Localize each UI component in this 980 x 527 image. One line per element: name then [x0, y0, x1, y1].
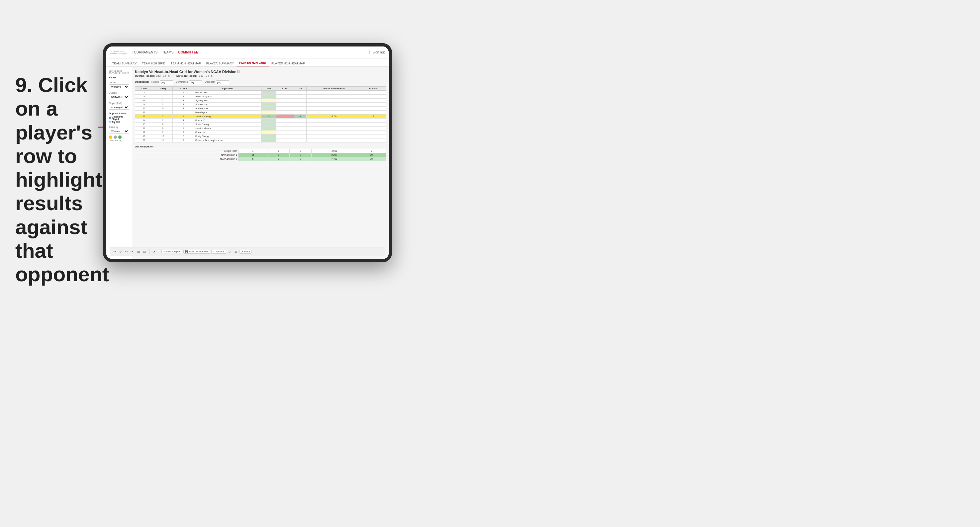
- undo-icon[interactable]: ↩: [112, 249, 117, 254]
- table-row[interactable]: 914Sharon Mun: [135, 102, 386, 106]
- subnav-team-h2h-heatmap[interactable]: TEAM H2H HEATMAP: [168, 62, 204, 67]
- table-cell: Euna Lee: [194, 130, 261, 134]
- table-cell: Haeji Hyun: [194, 110, 261, 114]
- division-label: Division: [109, 92, 129, 94]
- table-cell: [261, 122, 277, 126]
- table-cell: 20: [135, 138, 153, 142]
- paste-icon[interactable]: ⊡: [142, 249, 147, 254]
- annotation-text: 9. Click on a player's row to highlight …: [15, 73, 98, 286]
- ood-cell: 15: [239, 153, 267, 157]
- ood-cell: 0: [290, 149, 312, 153]
- table-cell: [294, 122, 307, 126]
- region-select[interactable]: (All): [160, 80, 173, 85]
- watch-icon: 👁: [213, 251, 215, 253]
- table-cell: -3.00: [307, 114, 361, 118]
- table-cell: 13: [135, 114, 153, 118]
- table-row[interactable]: 19106Emily Chang: [135, 134, 386, 138]
- table-cell: [361, 118, 386, 122]
- table-cell: [276, 118, 294, 122]
- subnav-team-h2h-grid[interactable]: TEAM H2H GRID: [139, 62, 168, 67]
- table-cell: 6: [153, 106, 172, 110]
- division-record-value: 331 - 34 - 6: [199, 75, 213, 77]
- table-cell: 10: [153, 134, 172, 138]
- table-cell: [276, 122, 294, 126]
- ood-row[interactable]: Foreign Team1004.5002: [135, 149, 386, 153]
- table-row[interactable]: 11Haeji Hyun: [135, 110, 386, 114]
- table-row[interactable]: 1691Jessica Mason: [135, 126, 386, 130]
- table-cell: 14: [135, 118, 153, 122]
- table-cell: 1: [172, 126, 194, 130]
- sign-out-button[interactable]: Sign out: [369, 51, 385, 54]
- save-icon: 💾: [185, 251, 188, 253]
- table-row[interactable]: 522Alexis Sudjianto: [135, 94, 386, 98]
- table-cell: 9: [135, 102, 153, 106]
- table-row[interactable]: 613Sydney Kuo: [135, 98, 386, 102]
- table-row[interactable]: 1474Eunice Yi: [135, 118, 386, 122]
- table-cell: [276, 90, 294, 94]
- watch-button[interactable]: 👁 Watch ▾: [211, 250, 226, 254]
- subnav-team-summary[interactable]: TEAM SUMMARY: [110, 62, 139, 67]
- radio-label-1: Opponents Played: [111, 116, 129, 120]
- nav-teams[interactable]: TEAMS: [162, 50, 173, 55]
- table-cell: [261, 98, 277, 102]
- save-custom-button[interactable]: 💾 Save Custom View: [183, 250, 210, 254]
- player-rank-select[interactable]: 8. Katelyn Vo: [109, 105, 129, 110]
- table-row[interactable]: 20117Federica Domecq Lacroze: [135, 138, 386, 142]
- table-cell: 5: [172, 122, 194, 126]
- radio-top100[interactable]: Top 100: [109, 121, 129, 123]
- table-cell: Sydney Kuo: [194, 98, 261, 102]
- tablet-frame: SCOREBOARD Powered by clippd TOURNAMENTS…: [103, 43, 392, 262]
- table-row[interactable]: 31Esther Lee: [135, 90, 386, 94]
- annotation-content: 9. Click on a player's row to highlight …: [15, 73, 109, 286]
- gender-label: Gender: [109, 81, 129, 84]
- opponent-select[interactable]: (All): [216, 80, 229, 85]
- share-button[interactable]: ↗ Share: [240, 250, 252, 254]
- th-tie: Tie: [294, 86, 307, 90]
- nav-tournaments[interactable]: TOURNAMENTS: [132, 50, 158, 55]
- cut-icon[interactable]: ✂: [130, 249, 135, 254]
- redo-icon[interactable]: ↺: [118, 249, 123, 254]
- table-cell: [361, 106, 386, 110]
- table-cell: 11: [135, 110, 153, 114]
- table-row[interactable]: 1822Euna Lee: [135, 130, 386, 134]
- table-cell: [261, 134, 277, 138]
- table-cell: 3: [135, 90, 153, 94]
- save-custom-label: Save Custom View: [189, 251, 208, 253]
- table-cell: [276, 102, 294, 106]
- ood-row[interactable]: NCAA Division 25007.40010: [135, 157, 386, 161]
- gender-select[interactable]: Women's: [109, 84, 129, 89]
- table-cell: [361, 102, 386, 106]
- forward-icon[interactable]: ↪: [124, 249, 129, 254]
- opponent-select-wrap: (All): [216, 79, 229, 85]
- logo-text: SCOREBOARD: [110, 51, 127, 52]
- resize-icon[interactable]: ⤢: [228, 249, 232, 254]
- table-cell: Eunice Yi: [194, 118, 261, 122]
- region-label: Region: [151, 81, 159, 83]
- table-cell: Federica Domecq Lacroze: [194, 138, 261, 142]
- table-row[interactable]: 1311Jessica Huang010-3.002: [135, 114, 386, 118]
- table-cell: 1: [172, 90, 194, 94]
- table-row[interactable]: 1585Stella Cheng: [135, 122, 386, 126]
- refresh-icon[interactable]: ⟳: [152, 249, 156, 254]
- region-select-wrap: (All): [160, 79, 173, 85]
- th-opponent: Opponent: [194, 86, 261, 90]
- subnav-player-h2h-grid[interactable]: PLAYER H2H GRID: [237, 61, 269, 67]
- table-cell: 19: [135, 134, 153, 138]
- conference-select[interactable]: (All): [189, 80, 202, 85]
- subnav-player-h2h-heatmap[interactable]: PLAYER H2H HEATMAP: [269, 62, 308, 67]
- copy-icon[interactable]: ⊞: [136, 249, 141, 254]
- table-row[interactable]: 1063Andrea York: [135, 106, 386, 110]
- view-original-button[interactable]: 👁 View: Original: [161, 250, 182, 253]
- layout-icon[interactable]: ⊞: [234, 249, 238, 254]
- radio-opponents-played[interactable]: Opponents Played: [109, 116, 129, 120]
- division-select[interactable]: NCAA Division III: [109, 95, 129, 99]
- table-cell: [361, 134, 386, 138]
- nav-committee[interactable]: COMMITTEE: [178, 50, 198, 55]
- colour-select[interactable]: Win/loss: [109, 129, 129, 133]
- conference-select-wrap: (All): [189, 79, 202, 85]
- division-section: Division NCAA Division III: [109, 92, 129, 99]
- table-header-row: # Div # Reg # Conf Opponent Win Loss Tie…: [135, 86, 386, 90]
- tablet-screen: SCOREBOARD Powered by clippd TOURNAMENTS…: [106, 46, 389, 259]
- ood-row[interactable]: NAIA Division 115009.26730: [135, 153, 386, 157]
- subnav-player-summary[interactable]: PLAYER SUMMARY: [204, 62, 237, 67]
